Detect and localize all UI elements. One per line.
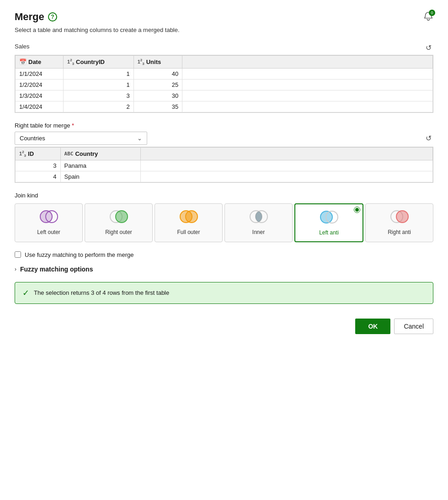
right-outer-label: Right outer (105, 229, 132, 235)
subtitle: Select a table and matching columns to c… (15, 27, 433, 33)
fuzzy-checkbox-row[interactable]: Use fuzzy matching to perform the merge (15, 251, 433, 258)
countryid-cell: 1 (64, 68, 134, 79)
dropdown-arrow-icon: ⌄ (137, 135, 142, 142)
units-cell: 35 (133, 101, 182, 112)
table-row: 1/1/2024 1 40 (16, 68, 433, 79)
fuzzy-checkbox[interactable] (15, 251, 21, 258)
date-type-icon: 📅 (19, 59, 27, 65)
country-cell: Spain (60, 171, 140, 182)
countries-col-id[interactable]: 123 ID (16, 147, 61, 160)
help-icon[interactable]: ? (48, 12, 57, 21)
id-cell: 3 (16, 160, 61, 171)
countryid-cell: 2 (64, 101, 134, 112)
join-option-inner[interactable]: Inner (224, 203, 293, 242)
notification-icon[interactable]: 0 (423, 11, 433, 23)
right-table-dropdown[interactable]: Countries ⌄ (15, 132, 147, 145)
left-outer-venn-icon (37, 209, 61, 225)
cancel-button[interactable]: Cancel (394, 319, 433, 334)
units-type-icon: 123 (138, 58, 144, 66)
svg-point-13 (396, 211, 408, 223)
svg-point-5 (186, 211, 197, 223)
fuzzy-options-label: Fuzzy matching options (20, 266, 93, 273)
inner-label: Inner (252, 229, 265, 235)
table-row: 4 Spain (16, 171, 433, 182)
ok-button[interactable]: OK (355, 319, 390, 334)
sales-section-header: Sales ↺ (15, 43, 433, 53)
table-row: 3 Panama (16, 160, 433, 171)
date-cell: 1/2/2024 (16, 79, 64, 90)
table-row: 1/4/2024 2 35 (16, 101, 433, 112)
left-anti-label: Left anti (319, 229, 339, 236)
sales-table-wrapper: 📅 Date 123 CountryID 123 Units (15, 55, 433, 113)
right-table-wrapper: 123 ID ABC Country 3 Panama 4 Spain (15, 147, 433, 183)
right-anti-label: Right anti (388, 229, 411, 235)
left-outer-label: Left outer (37, 229, 60, 235)
svg-point-3 (116, 211, 128, 223)
table-row: 1/3/2024 3 30 (16, 90, 433, 101)
sales-col-date[interactable]: 📅 Date (16, 56, 64, 69)
date-cell: 1/1/2024 (16, 68, 64, 79)
sales-col-countryid[interactable]: 123 CountryID (64, 56, 134, 69)
join-option-full-outer[interactable]: Full outer (155, 203, 223, 242)
sales-col-units[interactable]: 123 Units (133, 56, 182, 69)
title-group: Merge ? (15, 11, 57, 23)
country-cell: Panama (60, 160, 140, 171)
success-icon: ✓ (22, 288, 29, 298)
country-type-icon: ABC (64, 151, 74, 157)
result-message: ✓ The selection returns 3 of 4 rows from… (15, 282, 433, 304)
inner-venn-icon (247, 209, 271, 225)
id-cell: 4 (16, 171, 61, 182)
countries-col-empty (140, 147, 432, 160)
id-type-icon: 123 (19, 150, 26, 158)
sales-refresh-button[interactable]: ↺ (424, 43, 433, 53)
right-outer-venn-icon (107, 209, 131, 225)
full-outer-venn-icon (177, 209, 201, 225)
countryid-cell: 3 (64, 90, 134, 101)
sales-table: 📅 Date 123 CountryID 123 Units (15, 55, 433, 112)
chevron-right-icon: › (15, 266, 16, 272)
left-anti-venn-icon (317, 210, 341, 226)
right-table-refresh-button[interactable]: ↺ (424, 133, 433, 144)
full-outer-label: Full outer (177, 229, 200, 235)
join-option-right-outer[interactable]: Right outer (85, 203, 153, 242)
fuzzy-options-toggle[interactable]: › Fuzzy matching options (15, 266, 433, 273)
fuzzy-checkbox-label[interactable]: Use fuzzy matching to perform the merge (25, 251, 133, 258)
units-cell: 30 (133, 90, 182, 101)
right-table-section: Right table for merge * Countries ⌄ ↺ (15, 122, 433, 145)
notification-badge: 0 (429, 10, 435, 16)
footer-buttons: OK Cancel (15, 315, 433, 334)
page-title: Merge (15, 11, 44, 23)
join-option-left-anti[interactable]: Left anti (294, 203, 363, 242)
countries-table: 123 ID ABC Country 3 Panama 4 Spain (15, 147, 433, 182)
result-text: The selection returns 3 of 4 rows from t… (34, 289, 169, 296)
right-table-field-label: Right table for merge * (15, 122, 147, 129)
date-cell: 1/3/2024 (16, 90, 64, 101)
units-cell: 40 (133, 68, 182, 79)
join-kind-label: Join kind (15, 192, 433, 199)
units-cell: 25 (133, 79, 182, 90)
join-option-right-anti[interactable]: Right anti (365, 203, 433, 242)
sales-col-empty (182, 56, 433, 69)
sales-label: Sales (15, 43, 30, 50)
right-table-selected: Countries (20, 135, 45, 142)
required-star: * (72, 122, 74, 129)
date-cell: 1/4/2024 (16, 101, 64, 112)
header: Merge ? 0 (15, 11, 433, 23)
countries-col-country[interactable]: ABC Country (60, 147, 140, 160)
countryid-cell: 1 (64, 79, 134, 90)
selected-indicator (354, 207, 360, 213)
join-option-left-outer[interactable]: Left outer (15, 203, 83, 242)
right-anti-venn-icon (388, 209, 411, 225)
join-options: Left outerRight outerFull outerInnerLeft… (15, 203, 433, 242)
table-row: 1/2/2024 1 25 (16, 79, 433, 90)
countryid-type-icon: 123 (67, 58, 74, 66)
